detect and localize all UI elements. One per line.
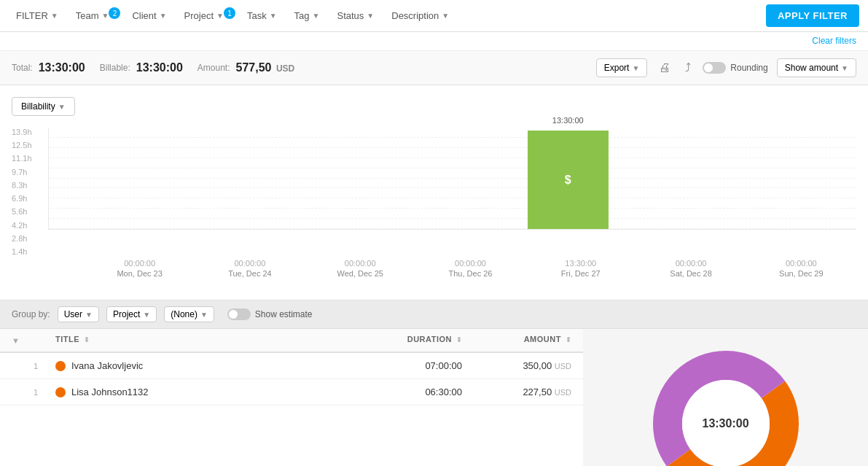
group-by-project-label: Project [113,309,140,319]
group-by-project-select[interactable]: Project ▼ [106,306,157,322]
col-amount-label: AMOUNT [524,335,561,343]
show-amount-button[interactable]: Show amount ▼ [777,58,856,77]
x-labels: 00:00:00Mon, Dec 2300:00:00Tue, Dec 2400… [48,259,856,278]
day-column [164,128,279,229]
client-filter-button[interactable]: Client ▼ [125,6,173,26]
table-row[interactable]: 1 Ivana Jakovljevic 07:00:00 350,00 USD [0,353,583,379]
donut-container: 13:30:00 [583,329,868,466]
table-container: ▼ TITLE ⇕ DURATION ⇕ AMOUNT ⇕ 1 [0,329,583,466]
bar-dollar-icon: $ [565,174,571,187]
y-axis-label: 9.7h [12,168,32,176]
export-button[interactable]: Export ▼ [596,58,648,77]
x-label-group: 00:00:00Sat, Dec 28 [636,259,746,278]
x-time-label: 00:00:00 [746,259,856,268]
filter-button[interactable]: FILTER ▼ [9,6,66,26]
col-title-label: TITLE [55,335,79,343]
row-currency: USD [555,388,571,397]
filter-chevron-icon: ▼ [51,12,58,20]
x-label-group: 00:00:00Sun, Dec 29 [746,259,856,278]
bar[interactable]: $13:30:00 [528,131,609,229]
rounding-label: Rounding [730,63,767,73]
bottom-content: ▼ TITLE ⇕ DURATION ⇕ AMOUNT ⇕ 1 [0,329,868,466]
billable-label: Billable: [100,63,130,73]
row-num: 1 [34,388,55,397]
y-axis-label: 8.3h [12,181,32,190]
total-label: Total: [12,63,33,73]
day-column [741,128,856,229]
group-by-none-select[interactable]: (None) ▼ [164,306,214,322]
y-axis-label: 4.2h [12,221,32,230]
y-axis-label: 5.6h [12,207,32,216]
export-chevron-icon: ▼ [632,64,639,72]
y-axis-label: 11.1h [12,154,32,163]
row-user-name: Ivana Jakovljevic [71,360,353,371]
description-filter-button[interactable]: Description ▼ [384,6,456,26]
y-axis-label: 6.9h [12,194,32,203]
y-axis-label: 13.9h [12,128,32,136]
y-axis-label: 1.4h [12,247,32,256]
col-duration-header[interactable]: DURATION ⇕ [353,335,462,346]
apply-filter-button[interactable]: APPLY FILTER [766,4,859,27]
day-column [280,128,395,229]
chart-inner: $13:30:00 [48,128,856,230]
x-time-label: 00:00:00 [305,259,415,268]
group-by-label: Group by: [12,309,50,319]
clear-filters-link[interactable]: Clear filters [812,36,856,46]
x-date-label: Wed, Dec 25 [305,269,415,278]
day-column [395,128,510,229]
col-title-header[interactable]: TITLE ⇕ [55,335,353,346]
day-column [625,128,740,229]
group-by-user-select[interactable]: User ▼ [58,306,99,322]
rounding-toggle-circle[interactable] [703,62,726,74]
amount-label: Amount: [198,63,230,73]
team-chevron-icon: ▼ [102,12,109,20]
bottom-section: Group by: User ▼ Project ▼ (None) ▼ Show… [0,300,868,466]
table-rows: 1 Ivana Jakovljevic 07:00:00 350,00 USD … [0,353,583,405]
team-label: Team [76,10,99,21]
x-label-group: 13:30:00Fri, Dec 27 [525,259,636,278]
billability-button[interactable]: Billability ▼ [12,97,75,116]
task-filter-button[interactable]: Task ▼ [240,6,284,26]
row-num: 1 [34,362,55,370]
x-label-group: 00:00:00Thu, Dec 26 [415,259,525,278]
col-amount-header[interactable]: AMOUNT ⇕ [462,335,571,346]
print-button[interactable]: 🖨 [656,58,673,77]
x-time-label: 00:00:00 [636,259,746,268]
tag-filter-button[interactable]: Tag ▼ [287,6,327,26]
project-badge: 1 [224,7,235,19]
team-badge: 2 [109,7,120,19]
group-by-none-chevron: ▼ [200,311,208,319]
clear-filters-bar: Clear filters [0,32,868,51]
status-filter-button[interactable]: Status ▼ [329,6,381,26]
x-label-group: 00:00:00Tue, Dec 24 [195,259,305,278]
x-label-group: 00:00:00Wed, Dec 25 [305,259,415,278]
row-user-name: Lisa Johnson1132 [71,387,353,397]
description-label: Description [391,10,439,21]
amount-value: 577,50 USD [236,61,295,74]
row-currency: USD [555,362,571,370]
show-estimate-toggle-circle[interactable] [227,308,251,320]
table-header: ▼ TITLE ⇕ DURATION ⇕ AMOUNT ⇕ [0,329,583,353]
col-num-header [34,335,55,346]
group-by-none-label: (None) [171,309,198,319]
project-filter-button[interactable]: Project 1 ▼ [177,6,237,26]
row-amount: 227,50 USD [462,387,571,397]
y-axis-label: 12.5h [12,141,32,149]
client-label: Client [132,10,156,21]
chart-section: Billability ▼ 1.4h2.8h4.2h5.6h6.9h8.3h9.… [0,85,868,300]
day-column: $13:30:00 [510,128,625,229]
group-by-bar: Group by: User ▼ Project ▼ (None) ▼ Show… [0,300,868,329]
team-filter-button[interactable]: Team 2 ▼ [69,6,122,26]
bar-top-label: 13:30:00 [552,116,584,125]
col-expand-header: ▼ [12,335,34,346]
stats-actions: Export ▼ 🖨 ⤴ Rounding Show amount ▼ [596,58,856,77]
billable-value: 13:30:00 [136,61,183,74]
billability-label: Billability [21,101,55,112]
table-row[interactable]: 1 Lisa Johnson1132 06:30:00 227,50 USD [0,379,583,405]
show-amount-label: Show amount [785,63,838,73]
total-value: 13:30:00 [39,61,85,74]
project-chevron-icon: ▼ [216,12,224,20]
share-button[interactable]: ⤴ [682,58,694,77]
y-axis-label: 2.8h [12,234,32,243]
filter-bar: FILTER ▼ Team 2 ▼ Client ▼ Project 1 ▼ T… [0,0,868,32]
